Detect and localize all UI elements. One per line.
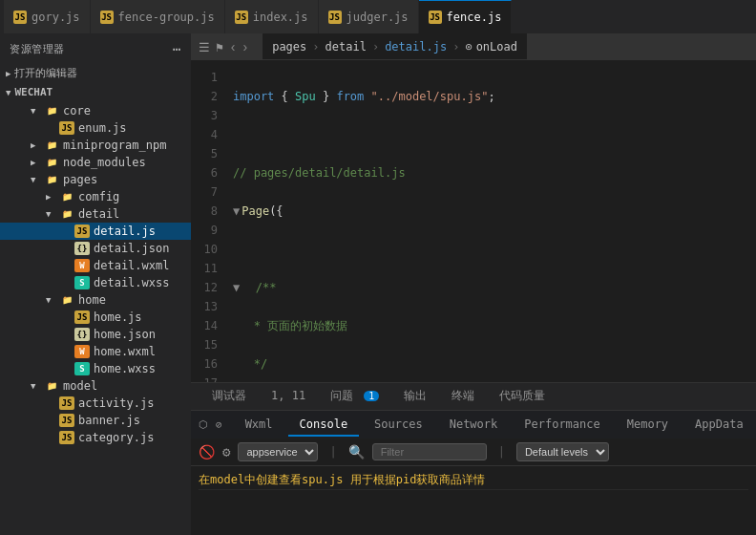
filter-input[interactable]	[372, 443, 487, 460]
bookmark-icon[interactable]: ⚑	[216, 40, 223, 54]
folder-icon-pages: 📁	[44, 173, 59, 186]
sidebar-item-nodemodules[interactable]: ▶ 📁 node_modules	[0, 154, 191, 171]
sidebar-item-activity-js[interactable]: ▶ JS activity.js	[0, 395, 191, 412]
devtools-tab-wxml[interactable]: Wxml	[234, 414, 284, 437]
breadcrumb-sep1: ›	[312, 40, 319, 54]
sidebar: 资源管理器 ⋯ ▶ 打开的编辑器 ▼ WECHAT ▼ 📁 core	[0, 33, 191, 535]
devtools-tab-label-wxml: Wxml	[245, 417, 273, 431]
sidebar-item-home[interactable]: ▼ 📁 home	[0, 291, 191, 309]
sidebar-item-detail-wxss[interactable]: ▶ S detail.wxss	[0, 274, 191, 291]
collapse-6[interactable]: ▼	[233, 281, 240, 294]
sidebar-item-category-js[interactable]: ▶ JS category.js	[0, 429, 191, 446]
devtools-tabbar: ⬡ ⊘ Wxml Console Sources Network	[191, 410, 756, 439]
code-line-2	[225, 125, 756, 144]
sidebar-item-detail-json[interactable]: ▶ {} detail.json	[0, 240, 191, 257]
sidebar-item-detail-wxml[interactable]: ▶ W detail.wxml	[0, 257, 191, 274]
sidebar-item-detail[interactable]: ▼ 📁 detail	[0, 205, 191, 223]
tab-icon-fence: JS	[429, 11, 442, 24]
file-icon-home-json: {}	[74, 328, 90, 341]
breadcrumb-file[interactable]: detail.js	[385, 40, 447, 54]
breadcrumb-sep3: ›	[452, 40, 459, 54]
bottom-tab-terminal[interactable]: 终端	[440, 384, 486, 410]
level-selector[interactable]: Default levels	[516, 442, 609, 461]
devtools-tab-performance[interactable]: Performance	[513, 414, 611, 437]
console-settings-icon[interactable]: ⚙	[222, 444, 230, 460]
file-icon-home-js: JS	[74, 310, 90, 324]
devtools-tab-label-sources: Sources	[374, 417, 423, 431]
bottom-tab-problems[interactable]: 问题 1	[319, 384, 390, 410]
file-icon-detail-wxml: W	[74, 259, 90, 272]
file-icon-home-wxml: W	[74, 345, 90, 358]
chevron-right-icon: ▶	[6, 69, 10, 78]
tab-index[interactable]: JS index.js	[225, 0, 319, 33]
devtools-tab-sources[interactable]: Sources	[363, 414, 434, 437]
tab-fence-group[interactable]: JS fence-group.js	[91, 0, 225, 33]
devtools-tab-label-appdata: AppData	[695, 417, 744, 431]
tab-fence[interactable]: JS fence.js	[419, 0, 513, 33]
code-content[interactable]: import { Spu } from "../model/spu.js"; /…	[225, 60, 756, 382]
devtools-icon: ⬡	[199, 418, 208, 431]
toolbar-sep-1: |	[329, 445, 336, 459]
sidebar-item-home-json[interactable]: ▶ {} home.json	[0, 326, 191, 343]
sidebar-item-pages[interactable]: ▼ 📁 pages	[0, 171, 191, 188]
sidebar-item-comfig[interactable]: ▶ 📁 comfig	[0, 188, 191, 205]
bottom-tab-status[interactable]: 1, 11	[260, 385, 317, 408]
sidebar-item-label-detail-wxml: detail.wxml	[94, 259, 169, 272]
tab-icon-judger: JS	[328, 11, 342, 24]
open-editors-label[interactable]: ▶ 打开的编辑器	[0, 64, 191, 82]
nav-forward-button[interactable]: ›	[242, 39, 250, 54]
sidebar-header-icons: ⋯	[173, 41, 181, 56]
folder-icon-home: 📁	[59, 293, 74, 307]
bottom-tab-label-debug: 调试器	[212, 389, 246, 402]
arrow-pages: ▼	[31, 175, 44, 184]
sidebar-item-home-wxml[interactable]: ▶ W home.wxml	[0, 343, 191, 360]
sidebar-item-home-js[interactable]: ▶ JS home.js	[0, 309, 191, 326]
tab-gory[interactable]: JS gory.js	[4, 0, 91, 33]
code-line-4: ▼Page({	[225, 202, 756, 221]
devtools-tab-network[interactable]: Network	[438, 414, 510, 437]
devtools-tab-console[interactable]: Console	[288, 414, 360, 437]
sidebar-item-label-pages: pages	[63, 173, 97, 186]
clear-console-icon[interactable]: 🚫	[199, 444, 215, 460]
bottom-tab-codequality[interactable]: 代码质量	[488, 384, 556, 410]
service-selector[interactable]: appservice	[238, 442, 318, 461]
sidebar-item-detail-js[interactable]: ▶ JS detail.js	[0, 223, 191, 240]
folder-icon-model: 📁	[44, 379, 59, 393]
code-line-8: */	[225, 354, 756, 374]
main-area: 资源管理器 ⋯ ▶ 打开的编辑器 ▼ WECHAT ▼ 📁 core	[0, 33, 756, 535]
file-icon-detail-js: JS	[74, 225, 90, 238]
sidebar-item-core[interactable]: ▼ 📁 core	[0, 102, 191, 119]
arrow-core: ▼	[31, 106, 44, 116]
sidebar-item-label-home-wxml: home.wxml	[94, 345, 156, 358]
breadcrumb-detail: detail	[326, 40, 367, 54]
sidebar-item-banner-js[interactable]: ▶ JS banner.js	[0, 412, 191, 429]
hamburger-icon[interactable]: ☰	[199, 40, 210, 54]
sidebar-item-label-banner-js: banner.js	[78, 414, 140, 427]
new-file-icon[interactable]: ⋯	[173, 41, 181, 56]
tab-judger[interactable]: JS judger.js	[319, 0, 419, 33]
sidebar-item-model[interactable]: ▼ 📁 model	[0, 377, 191, 395]
nav-back-button[interactable]: ‹	[229, 39, 238, 54]
devtools-stop-icon[interactable]: ⊘	[216, 418, 222, 431]
devtools-tab-appdata[interactable]: AppData	[683, 414, 755, 437]
bottom-tab-output[interactable]: 输出	[392, 384, 438, 410]
devtools-panel: ⬡ ⊘ Wxml Console Sources Network	[191, 410, 756, 535]
sidebar-item-label-comfig: comfig	[78, 190, 119, 203]
code-line-1: import { Spu } from "../model/spu.js";	[225, 87, 756, 106]
tab-icon-fence-group: JS	[100, 11, 114, 24]
sidebar-item-miniprogram[interactable]: ▶ 📁 miniprogram_npm	[0, 137, 191, 154]
bottom-tab-debug[interactable]: 调试器	[200, 384, 258, 410]
sidebar-item-home-wxss[interactable]: ▶ S home.wxss	[0, 360, 191, 377]
code-editor[interactable]: 1 2 3 4 5 6 7 8 9 10 11 12 13 14 15 16 1…	[191, 60, 756, 382]
sidebar-item-label-home-js: home.js	[94, 310, 142, 324]
collapse-4[interactable]: ▼	[233, 204, 240, 218]
sidebar-item-enum[interactable]: ▶ JS enum.js	[0, 119, 191, 137]
devtools-tab-memory[interactable]: Memory	[616, 414, 680, 437]
sidebar-item-label-core: core	[63, 104, 91, 118]
file-icon-home-wxss: S	[74, 362, 90, 375]
folder-icon-comfig: 📁	[59, 190, 74, 203]
code-line-6: ▼ /**	[225, 278, 756, 297]
arrow-model: ▼	[31, 381, 44, 391]
wechat-section[interactable]: ▼ WECHAT	[0, 82, 191, 102]
devtools-toolbar: 🚫 ⚙ appservice | 🔍 | Default levels	[191, 439, 756, 466]
